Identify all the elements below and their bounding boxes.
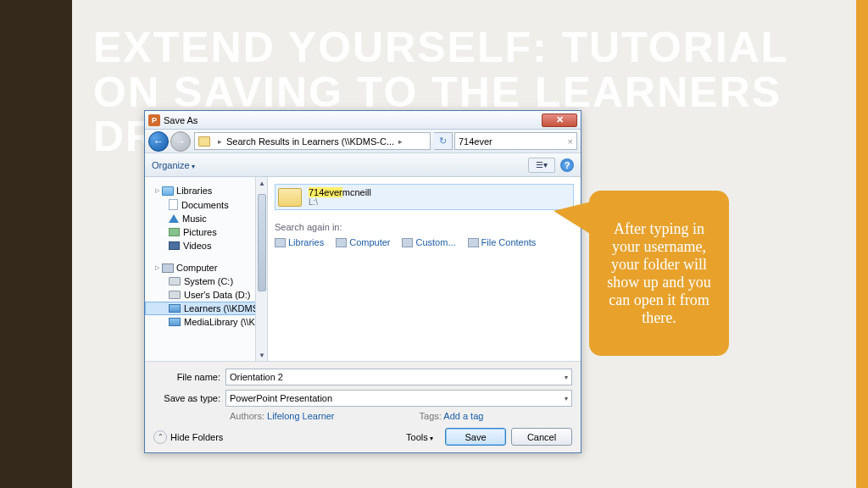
save-as-type-select[interactable]: PowerPoint Presentation [225,390,572,407]
dialog-body: Libraries Documents Music Pictures Video… [145,177,581,361]
nav-item-user-data-d[interactable]: User's Data (D:) [145,288,267,302]
save-as-dialog: P Save As ✕ ← → ▸ Search Results in Lear… [144,110,581,453]
dialog-bottom-panel: File name: Orientation 2 Save as type: P… [145,361,581,452]
document-icon [169,199,178,210]
nav-item-music[interactable]: Music [145,212,267,225]
back-button[interactable]: ← [148,131,169,152]
authors-value[interactable]: Lifelong Learner [267,411,335,421]
nav-libraries-header[interactable]: Libraries [145,184,267,197]
close-button[interactable]: ✕ [542,114,577,127]
results-pane: 714evermcneill L:\ Search again in: Libr… [268,177,581,361]
libraries-icon [275,238,286,247]
search-again-custom[interactable]: Custom... [402,237,455,247]
pictures-icon [169,228,180,236]
computer-icon [162,263,174,273]
forward-button[interactable]: → [170,131,191,152]
file-contents-icon [468,238,479,247]
libraries-icon [162,186,174,196]
result-path: L:\ [309,197,371,207]
search-again-libraries[interactable]: Libraries [275,237,324,247]
custom-icon [402,238,413,247]
search-input[interactable]: 714ever × [454,132,577,150]
nav-item-medialibrary[interactable]: MediaLibrary (\\K [145,315,267,329]
organize-menu[interactable]: Organize [152,160,195,170]
file-name-label: File name: [153,372,225,382]
nav-computer-header[interactable]: Computer [145,261,267,274]
network-drive-icon [169,304,181,313]
drive-icon [169,277,181,286]
address-bar[interactable]: ▸ Search Results in Learners (\\KDMS-C..… [194,132,431,150]
network-drive-icon [169,318,181,326]
file-name-input[interactable]: Orientation 2 [225,369,572,385]
nav-item-videos[interactable]: Videos [145,239,267,252]
slide-left-decor [0,0,72,488]
folder-icon [278,188,302,207]
authors-label: Authors: [230,411,264,421]
folder-icon [198,136,210,147]
dialog-titlebar[interactable]: P Save As ✕ [145,111,581,130]
app-icon: P [148,114,160,126]
drive-icon [169,291,181,299]
nav-item-documents[interactable]: Documents [145,197,267,212]
cancel-button[interactable]: Cancel [511,428,572,446]
nav-item-system-c[interactable]: System (C:) [145,274,267,288]
save-button[interactable]: Save [445,428,506,446]
view-mode-button[interactable]: ☰▾ [528,158,555,173]
nav-scrollbar[interactable]: ▲ ▼ [255,177,267,361]
tags-label: Tags: [420,411,442,421]
result-name-rest: mcneill [342,187,371,197]
search-again-file-contents[interactable]: File Contents [468,237,537,247]
help-button[interactable]: ? [560,158,574,172]
hide-folders-button[interactable]: Hide Folders [153,430,223,444]
navigation-pane: Libraries Documents Music Pictures Video… [145,177,268,361]
videos-icon [169,241,180,250]
result-highlight: 714ever [309,187,342,197]
callout-text: After typing in your username, your fold… [599,220,719,327]
tools-menu[interactable]: Tools [406,432,433,442]
nav-item-learners[interactable]: Learners (\\KDMS [145,302,267,315]
search-again-computer[interactable]: Computer [336,237,390,247]
dialog-navbar: ← → ▸ Search Results in Learners (\\KDMS… [145,130,581,153]
instruction-callout: After typing in your username, your fold… [589,191,729,356]
chevron-right-icon: ▸ [398,137,403,146]
address-text: Search Results in Learners (\\KDMS-C... [226,136,394,147]
search-again-label: Search again in: [275,222,574,232]
clear-search-icon[interactable]: × [568,136,573,147]
tags-value[interactable]: Add a tag [443,411,483,421]
search-again-options: Libraries Computer Custom... File Conten… [275,237,574,247]
save-as-type-label: Save as type: [153,393,225,403]
scroll-thumb[interactable] [258,194,266,291]
dialog-title: Save As [164,115,542,125]
search-value: 714ever [459,136,492,147]
chevron-right-icon: ▸ [218,137,222,146]
nav-item-pictures[interactable]: Pictures [145,225,267,239]
computer-icon [336,238,347,247]
scroll-up-icon[interactable]: ▲ [256,177,268,189]
music-icon [169,214,179,223]
scroll-down-icon[interactable]: ▼ [256,349,268,361]
dialog-toolbar: Organize ☰▾ ? [145,153,581,177]
search-result-row[interactable]: 714evermcneill L:\ [275,184,574,210]
refresh-button[interactable]: ↻ [434,132,453,150]
